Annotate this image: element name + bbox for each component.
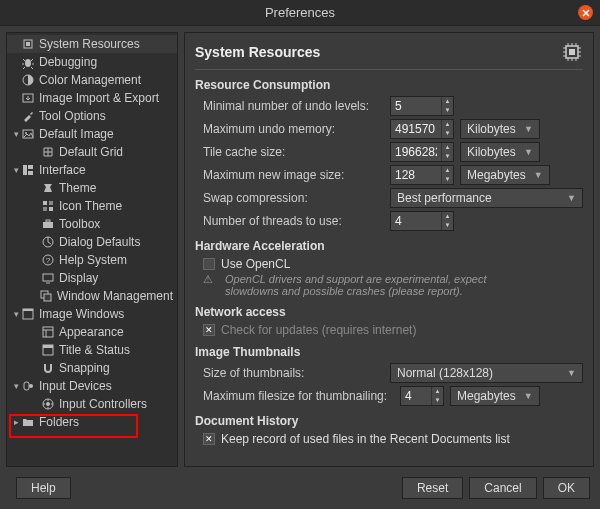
tree-item-debugging[interactable]: Debugging: [7, 53, 177, 71]
thumb-size-row: Size of thumbnails: Normal (128x128)▼: [195, 363, 583, 383]
undo-levels-row: Minimal number of undo levels: ▲▼: [195, 96, 583, 116]
tree-item-display[interactable]: Display: [7, 269, 177, 287]
tree-item-default-grid[interactable]: Default Grid: [7, 143, 177, 161]
main-area: System ResourcesDebuggingColor Managemen…: [0, 26, 600, 473]
tree-item-label: Toolbox: [59, 217, 100, 231]
svg-rect-7: [23, 165, 27, 175]
tree-item-label: Snapping: [59, 361, 110, 375]
tree-item-appearance[interactable]: Appearance: [7, 323, 177, 341]
tree-item-window-management[interactable]: Window Management: [7, 287, 177, 305]
svg-rect-1: [26, 42, 30, 46]
chevron-down-icon: ▼: [524, 147, 533, 157]
page-title: System Resources: [195, 44, 320, 60]
undo-levels-input[interactable]: ▲▼: [390, 96, 454, 116]
theme-icon: [41, 181, 55, 195]
reset-button[interactable]: Reset: [402, 477, 463, 499]
expand-arrow-icon[interactable]: ▾: [11, 129, 21, 139]
cancel-button[interactable]: Cancel: [469, 477, 536, 499]
svg-rect-26: [43, 345, 53, 348]
svg-rect-15: [46, 220, 50, 222]
tree-item-label: Interface: [39, 163, 86, 177]
tree-item-label: Icon Theme: [59, 199, 122, 213]
chevron-down-icon: ▼: [524, 124, 533, 134]
tree-item-icon-theme[interactable]: Icon Theme: [7, 197, 177, 215]
color-icon: [21, 73, 35, 87]
tile-cache-unit[interactable]: Kilobytes▼: [460, 142, 540, 162]
ctrl-icon: [41, 397, 55, 411]
undo-memory-input[interactable]: ▲▼: [390, 119, 454, 139]
titlebar: Preferences: [0, 0, 600, 26]
tree-item-label: Tool Options: [39, 109, 106, 123]
tree-item-label: Image Windows: [39, 307, 124, 321]
ok-button[interactable]: OK: [543, 477, 590, 499]
resource-heading: Resource Consumption: [195, 78, 583, 92]
preferences-tree[interactable]: System ResourcesDebuggingColor Managemen…: [6, 32, 178, 467]
thumb-size-label: Size of thumbnails:: [195, 366, 390, 380]
warning-icon: ⚠: [203, 273, 219, 297]
opencl-note: ⚠ OpenCL drivers and support are experim…: [195, 273, 583, 297]
tree-item-help-system[interactable]: ?Help System: [7, 251, 177, 269]
chevron-down-icon: ▼: [567, 193, 576, 203]
chip-icon: [21, 37, 35, 51]
tree-item-title-status[interactable]: Title & Status: [7, 341, 177, 359]
thumb-size-combo[interactable]: Normal (128x128)▼: [390, 363, 583, 383]
import-icon: [21, 91, 35, 105]
tree-item-toolbox[interactable]: Toolbox: [7, 215, 177, 233]
help-button[interactable]: Help: [16, 477, 71, 499]
tree-item-default-image[interactable]: ▾Default Image: [7, 125, 177, 143]
tree-item-label: System Resources: [39, 37, 140, 51]
history-keep-checkbox[interactable]: ✕: [203, 433, 215, 445]
thumb-maxfile-input[interactable]: ▲▼: [400, 386, 444, 406]
thumb-maxfile-unit[interactable]: Megabytes▼: [450, 386, 540, 406]
opencl-row[interactable]: Use OpenCL: [195, 257, 583, 271]
swap-row: Swap compression: Best performance▼: [195, 188, 583, 208]
tree-item-label: Dialog Defaults: [59, 235, 140, 249]
tree-item-input-controllers[interactable]: Input Controllers: [7, 395, 177, 413]
tree-item-label: Help System: [59, 253, 127, 267]
display-icon: [41, 271, 55, 285]
tree-item-snapping[interactable]: Snapping: [7, 359, 177, 377]
new-image-unit[interactable]: Megabytes▼: [460, 165, 550, 185]
expand-arrow-icon[interactable]: ▾: [11, 381, 21, 391]
tree-item-label: Input Devices: [39, 379, 112, 393]
chevron-down-icon: ▼: [524, 391, 533, 401]
history-heading: Document History: [195, 414, 583, 428]
swap-label: Swap compression:: [195, 191, 390, 205]
tree-item-image-windows[interactable]: ▾Image Windows: [7, 305, 177, 323]
close-button[interactable]: [578, 5, 593, 20]
updates-label: Check for updates (requires internet): [221, 323, 416, 337]
tree-item-color-management[interactable]: Color Management: [7, 71, 177, 89]
tree-item-interface[interactable]: ▾Interface: [7, 161, 177, 179]
expand-arrow-icon[interactable]: ▸: [11, 417, 21, 427]
tree-item-label: Image Import & Export: [39, 91, 159, 105]
tree-item-label: Window Management: [57, 289, 173, 303]
threads-input[interactable]: ▲▼: [390, 211, 454, 231]
history-keep-row[interactable]: ✕ Keep record of used files in the Recen…: [195, 432, 583, 446]
expand-arrow-icon[interactable]: ▾: [11, 165, 21, 175]
updates-row[interactable]: ✕ Check for updates (requires internet): [195, 323, 583, 337]
new-image-input[interactable]: ▲▼: [390, 165, 454, 185]
tree-item-input-devices[interactable]: ▾Input Devices: [7, 377, 177, 395]
tree-item-tool-options[interactable]: Tool Options: [7, 107, 177, 125]
svg-rect-9: [28, 171, 33, 175]
tree-item-folders[interactable]: ▸Folders: [7, 413, 177, 431]
content-panel: System Resources Resource Consumption Mi…: [184, 32, 594, 467]
svg-rect-24: [43, 327, 53, 337]
tree-item-label: Appearance: [59, 325, 124, 339]
opencl-checkbox[interactable]: [203, 258, 215, 270]
tree-item-dialog-defaults[interactable]: Dialog Defaults: [7, 233, 177, 251]
svg-point-2: [25, 59, 31, 67]
swap-combo[interactable]: Best performance▼: [390, 188, 583, 208]
tree-item-system-resources[interactable]: System Resources: [7, 35, 177, 53]
svg-text:?: ?: [46, 256, 51, 265]
tree-item-label: Title & Status: [59, 343, 130, 357]
tree-item-label: Default Image: [39, 127, 114, 141]
tile-cache-input[interactable]: ▲▼: [390, 142, 454, 162]
updates-checkbox[interactable]: ✕: [203, 324, 215, 336]
undo-levels-label: Minimal number of undo levels:: [195, 99, 390, 113]
tree-item-image-import-export[interactable]: Image Import & Export: [7, 89, 177, 107]
tree-item-theme[interactable]: Theme: [7, 179, 177, 197]
undo-memory-unit[interactable]: Kilobytes▼: [460, 119, 540, 139]
expand-arrow-icon[interactable]: ▾: [11, 309, 21, 319]
imgwin-icon: [21, 307, 35, 321]
